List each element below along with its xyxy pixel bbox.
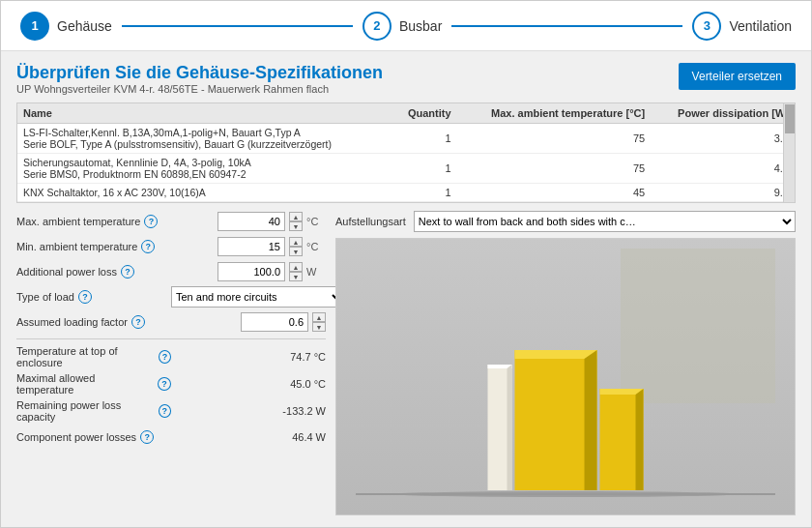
left-form: Max. ambient temperature ? ▲ ▼ °C Min. a…	[16, 211, 326, 515]
spin-down-2[interactable]: ▼	[289, 272, 303, 281]
spin-btns-4: ▲ ▼	[312, 312, 326, 332]
form-label-0: Max. ambient temperature ?	[16, 215, 171, 228]
spin-btns-2: ▲ ▼	[289, 262, 303, 281]
spin-input-0[interactable]	[218, 212, 285, 231]
form-label-1: Min. ambient temperature ?	[16, 240, 171, 253]
col-name: Name	[17, 103, 392, 124]
scrollbar[interactable]	[783, 103, 795, 202]
scrollbar-thumb	[785, 104, 795, 133]
help-icon-4[interactable]: ?	[131, 315, 145, 329]
label-text-2: Additional power loss	[16, 266, 117, 278]
cell-name: LS-FI-Schalter,Kennl. B,13A,30mA,1-polig…	[17, 124, 392, 154]
form-label-6: Maximal allowed temperature ?	[16, 372, 171, 396]
label-text-4: Assumed loading factor	[16, 316, 128, 328]
unit-label-0: °C	[306, 216, 326, 227]
page-subtitle: UP Wohngsverteiler KVM 4-r. 48/56TE - Ma…	[16, 83, 383, 95]
form-row-7: Remaining power loss capacity ? -133.2 W	[16, 399, 326, 423]
box-wall	[488, 365, 512, 490]
form-row-6: Maximal allowed temperature ? 45.0 °C	[16, 372, 326, 396]
step-circle-3: 3	[692, 12, 721, 41]
box-small-yellow	[600, 389, 644, 490]
wall-background	[621, 249, 775, 403]
spin-down-4[interactable]: ▼	[312, 322, 326, 332]
spin-up-2[interactable]: ▲	[289, 262, 303, 272]
form-row-2: Additional power loss ? ▲ ▼ W	[16, 261, 326, 282]
spin-up-1[interactable]: ▲	[289, 237, 303, 247]
type-of-load-select[interactable]: Ten and more circuitsLess than ten circu…	[171, 286, 345, 308]
cell-temp: 45	[457, 184, 652, 202]
aufstellungsart-row: Aufstellungsart Next to wall from back a…	[335, 211, 796, 232]
help-icon-3[interactable]: ?	[78, 290, 92, 304]
form-label-8: Component power losses ?	[16, 430, 171, 444]
col-power: Power dissipation [W]	[651, 103, 795, 124]
replace-button[interactable]: Verteiler ersetzen	[679, 63, 796, 90]
spin-up-4[interactable]: ▲	[312, 312, 326, 322]
static-val-8: 46.4 W	[268, 431, 326, 443]
spin-down-1[interactable]: ▼	[289, 247, 303, 256]
step-line-2-3	[451, 25, 682, 27]
form-value-5: 74.7 °C	[171, 351, 326, 363]
step-3: 3 Ventilation	[692, 12, 792, 41]
viz-background	[336, 239, 795, 514]
stepper: 1 Gehäuse 2 Busbar 3 Ventilation	[1, 1, 811, 51]
header-row: Überprüfen Sie die Gehäuse-Spezifikation…	[16, 63, 796, 95]
step-circle-2: 2	[362, 12, 392, 41]
table-row: Sicherungsautomat, Kennlinie D, 4A, 3-po…	[17, 154, 795, 184]
cell-temp: 75	[457, 124, 652, 154]
aufstellungsart-select[interactable]: Next to wall from back and both sides wi…	[414, 211, 796, 232]
help-icon-0[interactable]: ?	[144, 215, 158, 228]
step-2: 2 Busbar	[362, 12, 442, 41]
cell-power: 4.4	[651, 154, 795, 184]
3d-visualization	[335, 238, 796, 515]
step-label-3: Ventilation	[729, 18, 792, 34]
form-value-3: Ten and more circuitsLess than ten circu…	[171, 286, 345, 308]
cell-name: Sicherungsautomat, Kennlinie D, 4A, 3-po…	[17, 154, 392, 184]
label-text-0: Max. ambient temperature	[16, 216, 140, 227]
step-line-1-2	[122, 25, 353, 27]
form-value-1: ▲ ▼ °C	[171, 237, 326, 256]
bottom-section: Max. ambient temperature ? ▲ ▼ °C Min. a…	[16, 211, 796, 515]
table-row: KNX Schaltaktor, 16 x AC 230V, 10(16)A 1…	[17, 184, 795, 202]
cell-qty: 1	[392, 124, 456, 154]
help-icon-2[interactable]: ?	[121, 265, 134, 279]
help-icon-7[interactable]: ?	[159, 404, 171, 418]
form-label-3: Type of load ?	[16, 290, 171, 304]
step-label-2: Busbar	[399, 18, 442, 34]
form-row-3: Type of load ? Ten and more circuitsLess…	[16, 286, 326, 308]
help-icon-8[interactable]: ?	[140, 430, 154, 444]
form-value-8: 46.4 W	[171, 431, 326, 443]
form-value-4: ▲ ▼	[171, 312, 326, 332]
table-container: Name Quantity Max. ambient temperature […	[16, 103, 796, 203]
spin-up-0[interactable]: ▲	[289, 212, 303, 221]
cell-power: 3.1	[651, 124, 795, 154]
static-val-5: 74.7 °C	[268, 351, 326, 363]
spin-input-4[interactable]	[241, 312, 308, 332]
spin-input-1[interactable]	[218, 237, 285, 256]
spin-btns-1: ▲ ▼	[289, 237, 303, 256]
form-row-1: Min. ambient temperature ? ▲ ▼ °C	[16, 236, 326, 257]
form-row-4: Assumed loading factor ? ▲ ▼	[16, 311, 326, 333]
table-row: LS-FI-Schalter,Kennl. B,13A,30mA,1-polig…	[17, 124, 795, 154]
form-label-4: Assumed loading factor ?	[16, 315, 171, 329]
spin-input-2[interactable]	[218, 262, 285, 281]
help-icon-1[interactable]: ?	[141, 240, 155, 253]
cell-power: 9.0	[651, 184, 795, 202]
label-text-8: Component power losses	[16, 431, 136, 443]
label-text-6: Maximal allowed temperature	[16, 372, 154, 396]
label-text-1: Min. ambient temperature	[16, 241, 137, 252]
form-label-2: Additional power loss ?	[16, 265, 171, 279]
form-row-5: Temperature at top of enclosure ? 74.7 °…	[16, 345, 326, 368]
cell-qty: 1	[392, 184, 456, 202]
content-area: Überprüfen Sie die Gehäuse-Spezifikation…	[1, 51, 811, 527]
table-header-row: Name Quantity Max. ambient temperature […	[17, 103, 795, 124]
spin-down-0[interactable]: ▼	[289, 221, 303, 231]
help-icon-6[interactable]: ?	[158, 377, 171, 391]
label-text-5: Temperature at top of enclosure	[16, 345, 155, 368]
label-text-3: Type of load	[16, 291, 74, 303]
cell-name: KNX Schaltaktor, 16 x AC 230V, 10(16)A	[17, 184, 392, 202]
form-value-0: ▲ ▼ °C	[171, 212, 326, 231]
step-circle-1: 1	[20, 12, 49, 41]
help-icon-5[interactable]: ?	[159, 350, 171, 364]
page-title: Überprüfen Sie die Gehäuse-Spezifikation…	[16, 63, 383, 83]
static-val-7: -133.2 W	[268, 405, 326, 417]
